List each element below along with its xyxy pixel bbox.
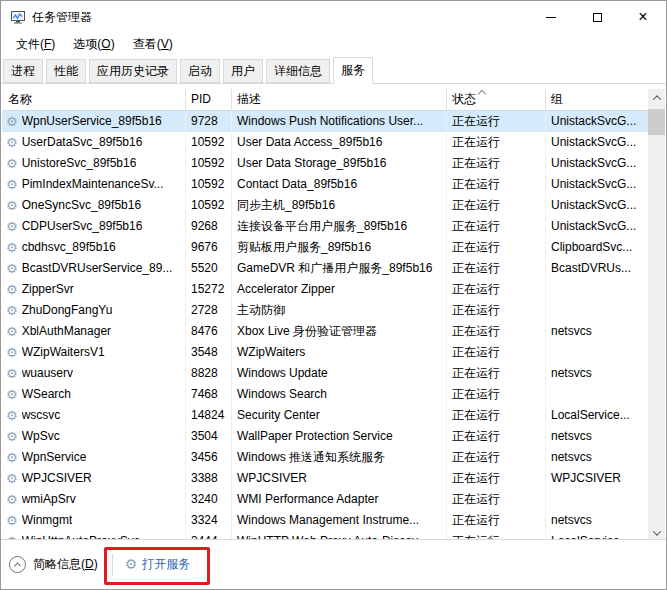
fewer-details-toggle[interactable]: 简略信息(D) (9, 556, 98, 573)
table-row[interactable]: ⚙ ZipperSvr 15272 Accelerator Zipper 正在运… (2, 279, 649, 300)
service-gear-icon: ⚙ (6, 409, 18, 422)
cell-description: Windows Search (232, 384, 447, 405)
table-row[interactable]: ⚙ XblAuthManager 8476 Xbox Live 身份验证管理器 … (2, 321, 649, 342)
service-gear-icon: ⚙ (6, 241, 18, 254)
cell-pid: 9728 (186, 111, 232, 132)
table-row[interactable]: ⚙ WpSvc 3504 WallPaper Protection Servic… (2, 426, 649, 447)
menu-file[interactable]: 文件(F) (9, 34, 62, 55)
service-name: XblAuthManager (22, 321, 111, 342)
table-row[interactable]: ⚙ CDPUserSvc_89f5b16 9268 连接设备平台用户服务_89f… (2, 216, 649, 237)
service-name: cbdhsvc_89f5b16 (22, 237, 116, 258)
cell-status: 正在运行 (447, 216, 546, 237)
column-header-name[interactable]: 名称 (2, 89, 186, 111)
cell-pid: 7468 (186, 384, 232, 405)
table-row[interactable]: ⚙ wscsvc 14824 Security Center 正在运行 Loca… (2, 405, 649, 426)
service-gear-icon: ⚙ (6, 262, 18, 275)
tab-performance[interactable]: 性能 (46, 59, 86, 83)
cell-description: Windows Push Notifications User... (232, 111, 447, 132)
caption-buttons: × (528, 1, 666, 33)
table-row[interactable]: ⚙ WPJCSIVER 3388 WPJCSIVER 正在运行 WPJCSIVE… (2, 468, 649, 489)
table-row[interactable]: ⚙ PimIndexMaintenanceSv... 10592 Contact… (2, 174, 649, 195)
cell-pid: 3548 (186, 342, 232, 363)
column-header-status[interactable]: 状态 (447, 89, 546, 111)
cell-pid: 14824 (186, 405, 232, 426)
cell-group (546, 300, 649, 321)
service-name: Winmgmt (22, 510, 73, 531)
cell-name: ⚙ WPJCSIVER (2, 468, 186, 489)
cell-pid: 10592 (186, 174, 232, 195)
service-name: CDPUserSvc_89f5b16 (22, 216, 143, 237)
cell-name: ⚙ Winmgmt (2, 510, 186, 531)
chevron-up-icon (652, 95, 660, 103)
service-gear-icon: ⚙ (6, 514, 18, 527)
table-row[interactable]: ⚙ BcastDVRUserService_89... 5520 GameDVR… (2, 258, 649, 279)
cell-group: UnistackSvcG... (546, 132, 649, 153)
title-bar: 任务管理器 × (1, 1, 666, 33)
tab-startup[interactable]: 启动 (180, 59, 220, 83)
cell-status: 正在运行 (447, 405, 546, 426)
service-gear-icon: ⚙ (6, 367, 18, 380)
table-row[interactable]: ⚙ UnistoreSvc_89f5b16 10592 User Data St… (2, 153, 649, 174)
service-name: ZhuDongFangYu (22, 300, 113, 321)
chevron-down-icon (652, 527, 660, 535)
cell-name: ⚙ WpSvc (2, 426, 186, 447)
table-row[interactable]: ⚙ UserDataSvc_89f5b16 10592 User Data Ac… (2, 132, 649, 153)
menu-view[interactable]: 查看(V) (126, 34, 180, 55)
table-row[interactable]: ⚙ WpnService 3456 Windows 推送通知系统服务 正在运行 … (2, 447, 649, 468)
cell-status: 正在运行 (447, 195, 546, 216)
cell-pid: 8476 (186, 321, 232, 342)
tab-users[interactable]: 用户 (223, 59, 263, 83)
cell-group: netsvcs (546, 447, 649, 468)
column-header-description[interactable]: 描述 (232, 89, 447, 111)
cell-name: ⚙ UnistoreSvc_89f5b16 (2, 153, 186, 174)
cell-pid: 5520 (186, 258, 232, 279)
cell-description: Xbox Live 身份验证管理器 (232, 321, 447, 342)
service-name: WSearch (22, 384, 71, 405)
table-row[interactable]: ⚙ Winmgmt 3324 Windows Management Instru… (2, 510, 649, 531)
column-header-group[interactable]: 组 (546, 89, 649, 111)
scrollbar-thumb[interactable] (648, 109, 665, 135)
cell-name: ⚙ PimIndexMaintenanceSv... (2, 174, 186, 195)
minimize-button[interactable] (528, 1, 574, 33)
cell-group (546, 489, 649, 510)
cell-name: ⚙ WSearch (2, 384, 186, 405)
open-services-button[interactable]: ⚙ 打开服务 (125, 556, 191, 573)
scroll-up-button[interactable] (648, 89, 665, 106)
vertical-scrollbar[interactable] (648, 89, 665, 541)
menu-options[interactable]: 选项(O) (66, 34, 121, 55)
cell-name: ⚙ WpnService (2, 447, 186, 468)
cell-name: ⚙ WZipWaitersV1 (2, 342, 186, 363)
tab-app-history[interactable]: 应用历史记录 (89, 59, 177, 83)
service-name: wuauserv (22, 363, 73, 384)
cell-status: 正在运行 (447, 279, 546, 300)
cell-status: 正在运行 (447, 426, 546, 447)
column-header-status-label: 状态 (452, 92, 476, 106)
table-row[interactable]: ⚙ WpnUserService_89f5b16 9728 Windows Pu… (2, 111, 649, 132)
window-title: 任务管理器 (32, 9, 92, 26)
cell-status: 正在运行 (447, 447, 546, 468)
column-header-pid[interactable]: PID (186, 89, 232, 111)
table-row[interactable]: ⚙ ZhuDongFangYu 2728 主动防御 正在运行 (2, 300, 649, 321)
table-row[interactable]: ⚙ WZipWaitersV1 3548 WZipWaiters 正在运行 (2, 342, 649, 363)
cell-description: Accelerator Zipper (232, 279, 447, 300)
service-gear-icon: ⚙ (6, 220, 18, 233)
service-name: wscsvc (22, 405, 61, 426)
table-row[interactable]: ⚙ wmiApSrv 3240 WMI Performance Adapter … (2, 489, 649, 510)
tab-services[interactable]: 服务 (333, 57, 373, 84)
table-row[interactable]: ⚙ OneSyncSvc_89f5b16 10592 同步主机_89f5b16 … (2, 195, 649, 216)
cell-status: 正在运行 (447, 363, 546, 384)
table-row[interactable]: ⚙ WSearch 7468 Windows Search 正在运行 (2, 384, 649, 405)
cell-pid: 9268 (186, 216, 232, 237)
table-row[interactable]: ⚙ cbdhsvc_89f5b16 9676 剪贴板用户服务_89f5b16 正… (2, 237, 649, 258)
service-gear-icon: ⚙ (6, 304, 18, 317)
maximize-button[interactable] (574, 1, 620, 33)
service-gear-icon: ⚙ (6, 178, 18, 191)
cell-description: WPJCSIVER (232, 468, 447, 489)
tab-details[interactable]: 详细信息 (266, 59, 330, 83)
tab-processes[interactable]: 进程 (3, 59, 43, 83)
cell-group (546, 384, 649, 405)
close-button[interactable]: × (620, 1, 666, 33)
service-gear-icon: ⚙ (6, 388, 18, 401)
cell-description: Contact Data_89f5b16 (232, 174, 447, 195)
table-row[interactable]: ⚙ wuauserv 8828 Windows Update 正在运行 nets… (2, 363, 649, 384)
